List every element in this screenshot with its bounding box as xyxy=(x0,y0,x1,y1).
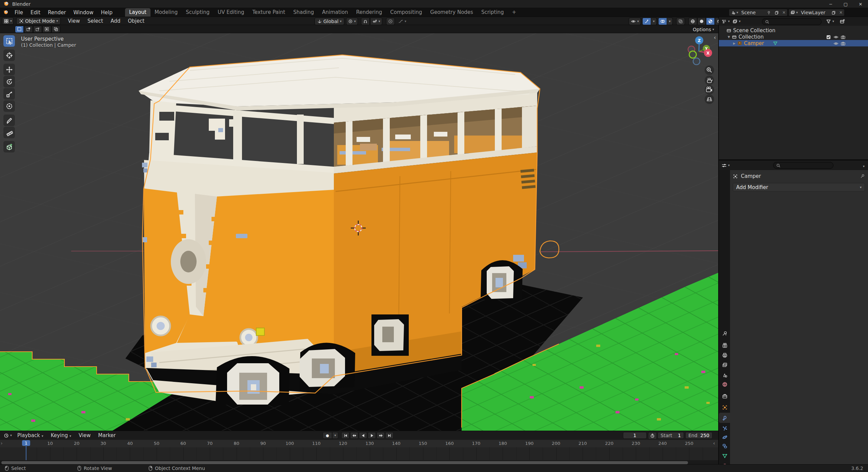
tool-add-cube[interactable] xyxy=(3,141,15,152)
sidebar-collapse-arrow[interactable]: ‹ xyxy=(714,34,716,41)
tab-texture-paint[interactable]: Texture Paint xyxy=(248,8,289,17)
scene-selector[interactable]: ▾ Scene ✕ xyxy=(729,9,788,16)
camera-view-button[interactable] xyxy=(705,85,714,95)
timeline-menu-keying[interactable]: Keying ▾ xyxy=(47,431,75,439)
timeline-scrollbar-thumb[interactable] xyxy=(1,461,688,464)
scene-browse-icon[interactable]: ▾ xyxy=(729,10,740,15)
viewport-menu-view[interactable]: View xyxy=(64,17,84,25)
viewport-menu-object[interactable]: Object xyxy=(124,17,148,25)
view-layer-icon[interactable]: ▾ xyxy=(789,10,800,15)
scene-new-icon[interactable] xyxy=(773,11,781,15)
timeline-menu-marker[interactable]: Marker xyxy=(95,431,120,439)
menu-edit[interactable]: Edit xyxy=(27,8,44,17)
properties-tab-tool[interactable] xyxy=(720,329,729,337)
new-collection-button[interactable] xyxy=(838,18,846,25)
outliner-row-collection[interactable]: ▼Collection xyxy=(719,34,868,40)
outliner-filter-button[interactable]: ▾ xyxy=(825,18,835,25)
properties-tab-scene[interactable] xyxy=(720,371,729,379)
keying-dropdown[interactable]: ▾ xyxy=(332,432,338,439)
tab-geometry-nodes[interactable]: Geometry Nodes xyxy=(426,8,477,17)
frame-end-field[interactable]: End250 xyxy=(685,432,712,439)
timeline-scrollbar[interactable] xyxy=(0,461,718,465)
mode-dropdown[interactable]: Object Mode ▾ xyxy=(16,17,61,25)
toggle-camera-icon[interactable] xyxy=(841,40,846,46)
tab-modeling[interactable]: Modeling xyxy=(150,8,182,17)
tab-animation[interactable]: Animation xyxy=(318,8,352,17)
options-dropdown[interactable]: Options▾ xyxy=(690,26,717,33)
toggle-camera-icon[interactable] xyxy=(841,34,846,40)
tool-rotate[interactable] xyxy=(3,76,15,87)
tab-rendering[interactable]: Rendering xyxy=(352,8,386,17)
auto-keying-button[interactable]: ● xyxy=(323,432,332,439)
scene-pin-icon[interactable] xyxy=(765,11,773,15)
transport-next-keyframe[interactable] xyxy=(377,432,385,439)
orientation-dropdown[interactable]: Global ▾ xyxy=(315,18,344,25)
editor-type-button[interactable]: ▾ xyxy=(2,17,14,25)
timeline-tracks[interactable] xyxy=(0,447,718,460)
timeline-ruler[interactable]: 1020304050607080901001101201301401501601… xyxy=(0,440,718,447)
menu-render[interactable]: Render xyxy=(44,8,69,17)
close-button[interactable]: ✕ xyxy=(853,0,868,8)
show-gizmo-toggle[interactable] xyxy=(642,18,651,25)
snap-toggle[interactable] xyxy=(361,18,370,25)
timeline-menu-view[interactable]: View xyxy=(75,431,95,439)
gizmo-neg-y[interactable] xyxy=(689,51,697,58)
blender-menu-icon[interactable] xyxy=(3,9,9,16)
select-mode-set[interactable] xyxy=(15,26,24,33)
tool-scale[interactable] xyxy=(3,88,15,100)
disclosure-arrow[interactable]: ▶ xyxy=(733,42,737,45)
scene-name[interactable]: Scene xyxy=(740,10,765,15)
pan-button[interactable] xyxy=(705,76,714,85)
toggle-checkbox-icon[interactable] xyxy=(826,34,831,40)
properties-tab-collection[interactable] xyxy=(720,392,729,401)
tab-sculpting[interactable]: Sculpting xyxy=(182,8,214,17)
perspective-toggle-button[interactable] xyxy=(705,95,714,104)
add-modifier-button[interactable]: Add Modifier ▾ xyxy=(733,183,865,191)
timeline-editor-type-button[interactable]: ▾ xyxy=(2,432,14,439)
outliner-editor-type-button[interactable]: ▾ xyxy=(720,18,731,25)
tab-scripting[interactable]: Scripting xyxy=(477,8,508,17)
scene-unlink-icon[interactable]: ✕ xyxy=(781,10,787,15)
maximize-button[interactable]: ▢ xyxy=(838,0,853,8)
outliner-row-camper[interactable]: ▶Camper xyxy=(719,40,868,46)
transport-prev-keyframe[interactable] xyxy=(350,432,358,439)
tool-measure[interactable] xyxy=(3,127,15,138)
outliner-item-label[interactable]: Scene Collection xyxy=(733,27,775,34)
view-layer-selector[interactable]: ▾ ViewLayer ✕ xyxy=(788,9,845,16)
zoom-button[interactable] xyxy=(705,65,714,75)
viewport-menu-select[interactable]: Select xyxy=(84,17,107,25)
show-overlays-toggle[interactable] xyxy=(658,18,667,25)
transport-jump-end[interactable] xyxy=(385,432,393,439)
select-mode-subtract[interactable] xyxy=(33,26,42,33)
outliner-item-label[interactable]: Collection xyxy=(739,34,764,40)
snap-target-dropdown[interactable]: ▾ xyxy=(370,18,382,25)
properties-tab-data[interactable] xyxy=(720,451,729,460)
transport-play[interactable] xyxy=(368,432,376,439)
scene-render[interactable]: Z Y X ‹ xyxy=(0,33,718,431)
menu-window[interactable]: Window xyxy=(70,8,97,17)
pin-icon[interactable] xyxy=(860,174,865,179)
properties-tab-object[interactable] xyxy=(720,403,729,412)
properties-tab-constraints[interactable] xyxy=(720,442,729,450)
properties-tab-render[interactable] xyxy=(720,341,729,350)
properties-tab-modifiers[interactable] xyxy=(720,414,729,423)
view-layer-name[interactable]: ViewLayer xyxy=(800,10,830,15)
tab-shading[interactable]: Shading xyxy=(289,8,318,17)
tab-uv-editing[interactable]: UV Editing xyxy=(214,8,248,17)
disclosure-arrow[interactable]: ▼ xyxy=(728,35,732,39)
transport-play-reverse[interactable] xyxy=(359,432,367,439)
properties-tab-physics[interactable] xyxy=(720,433,729,442)
timeline-left-arrow[interactable]: › xyxy=(1,440,3,446)
xray-toggle[interactable] xyxy=(676,18,685,25)
properties-options-dropdown[interactable]: ▾ xyxy=(863,162,865,169)
tab-layout[interactable]: Layout xyxy=(125,8,150,17)
toggle-eye-icon[interactable] xyxy=(833,40,839,46)
toggle-eye-icon[interactable] xyxy=(833,34,839,40)
current-frame-field[interactable]: 1 xyxy=(623,432,647,439)
timeline-collapse-arrow[interactable]: ‹ xyxy=(713,440,715,446)
outliner-row-scene-collection[interactable]: Scene Collection xyxy=(719,27,868,34)
view-layer-new-icon[interactable] xyxy=(830,11,837,15)
shading-solid[interactable] xyxy=(697,18,706,25)
tool-annotate[interactable] xyxy=(3,115,15,126)
outliner-display-mode-button[interactable]: ▾ xyxy=(731,18,742,25)
